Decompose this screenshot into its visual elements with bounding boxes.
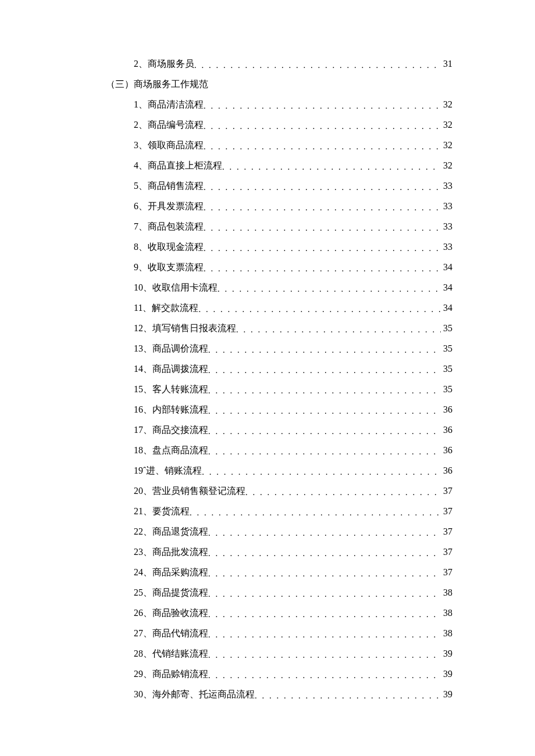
toc-leader-dots [208,366,441,375]
section-prefix: （三） [106,78,134,91]
toc-entry-label: 商品提货流程 [152,587,208,599]
toc-entry: 7、商品包装流程 33 [106,221,452,241]
toc-leader-dots [204,142,441,152]
toc-entry-number: 29 [134,669,143,679]
toc-entry-page: 35 [441,364,452,374]
toc-entry: 20、营业员销售额登记流程 37 [106,485,452,506]
toc-entry: 21、要货流程 37 [106,506,452,526]
toc-entry: 27、商品代销流程 38 [106,628,452,648]
toc-entry-label: 商品清洁流程 [148,99,204,111]
toc-entry-page: 33 [441,181,452,191]
toc-leader-dots [208,447,441,457]
toc-leader-dots [204,203,441,213]
toc-entry-number: 25 [134,587,143,598]
toc-leader-dots [208,630,441,640]
toc-leader-dots [208,569,441,579]
toc-leader-dots [208,427,441,436]
toc-entry-label: 商品批发流程 [152,546,208,558]
toc-entry-separator: 、 [143,404,152,416]
toc-entry-number: 26 [134,608,143,618]
toc-page: 2、商场服务员 31 （三）商场服务工作规范 1、商品清洁流程 322、商品编号… [0,0,535,756]
toc-entry-page: 37 [441,547,452,557]
toc-entry-page: 38 [441,587,452,598]
toc-entry-separator: 、 [138,139,148,152]
toc-entry-separator: 、 [143,587,152,599]
toc-entry-label: 商品交接流程 [152,424,208,436]
toc-entry: 10、收取信用卡流程 34 [106,282,452,302]
toc-entry-separator: 、 [138,160,148,172]
toc-entry-label: 客人转账流程 [152,384,208,396]
toc-entry-label: 商品赊销流程 [152,668,208,680]
toc-entry-separator: 、 [138,200,148,213]
toc-leader-dots [204,182,441,192]
toc-leader-dots [217,284,441,294]
toc-entry-label: 代销结账流程 [152,648,208,660]
toc-entry-label: 商品包装流程 [148,221,204,233]
toc-entry-number: 21 [134,506,143,517]
toc-entry-page: 39 [441,689,452,700]
toc-entry-separator: 、 [143,424,152,436]
toc-entry-page: 35 [441,323,452,334]
toc-entry: 19ˆ进、销账流程 36 [106,465,452,485]
toc-entry: 22、商品退货流程 37 [106,526,452,546]
toc-entry-number: 3 [134,140,138,151]
toc-entry-number: 30 [134,689,143,700]
toc-entry-label: 解交款流程 [152,302,198,314]
toc-entry-number: 2 [134,59,138,69]
toc-entry-page: 37 [441,526,452,537]
toc-entry-number: 14 [134,364,143,374]
toc-entry: 2、商场服务员 31 [106,58,452,78]
toc-entry: 29、商品赊销流程 39 [106,668,452,689]
toc-leader-dots [208,650,441,660]
toc-entry-separator: 、 [143,323,152,335]
toc-entry-separator: 、 [143,628,152,640]
toc-entry-separator: 、 [138,261,148,274]
toc-entry-label: 商品调拨流程 [152,363,208,375]
toc-leader-dots [208,610,441,619]
toc-entry-page: 32 [441,160,452,171]
toc-entry-label: 商场服务员 [148,58,194,70]
toc-entry-label: 收取支票流程 [148,261,204,274]
toc-leader-dots [208,589,441,599]
toc-entry-number: 19ˆ [134,465,146,476]
toc-entry-separator: 、 [143,526,152,538]
toc-leader-dots [194,60,441,70]
toc-leader-dots [208,386,441,396]
toc-leader-dots [208,406,441,416]
toc-entry-separator: 、 [143,607,152,619]
toc-entry: 11、解交款流程 34 [106,302,452,323]
toc-entry: 24、商品采购流程 37 [106,567,452,587]
toc-entry-separator: 、 [143,648,152,660]
toc-entry: 25、商品提货流程 38 [106,587,452,607]
toc-entry-page: 35 [441,384,452,395]
toc-entry-label: 收取现金流程 [148,241,204,253]
toc-entry-label: 内部转账流程 [152,404,208,416]
toc-entry-label: 商品调价流程 [152,343,208,355]
toc-entry: 6、开具发票流程 33 [106,200,452,221]
toc-entry: 13、商品调价流程 35 [106,343,452,363]
toc-entry-page: 37 [441,486,452,496]
toc-entry-page: 33 [441,201,452,212]
toc-entry-label: 海外邮寄、托运商品流程 [152,689,255,701]
toc-entry-number: 24 [134,567,143,578]
toc-entry: 2、商品编号流程 32 [106,119,452,139]
toc-entry-page: 31 [441,59,452,69]
toc-entry-page: 33 [441,242,452,252]
toc-entry-label: 商品销售流程 [148,180,204,192]
toc-entry-separator: 、 [143,668,152,680]
toc-leader-dots [245,488,441,497]
toc-leader-dots [204,121,441,131]
toc-entry-page: 38 [441,628,452,639]
toc-entry-number: 8 [134,242,138,252]
toc-entry-page: 32 [441,120,452,130]
toc-entry-number: 20 [134,486,143,496]
toc-leader-dots [204,101,441,111]
toc-entry-number: 15 [134,384,143,395]
toc-entry-label: 盘点商品流程 [152,445,208,457]
toc-entry-label: 要货流程 [152,506,190,518]
toc-entry: 28、代销结账流程 39 [106,648,452,668]
toc-entry-page: 36 [441,445,452,456]
toc-entry-separator: 、 [138,119,148,131]
toc-entry-page: 37 [441,506,452,517]
toc-leader-dots [208,345,441,355]
